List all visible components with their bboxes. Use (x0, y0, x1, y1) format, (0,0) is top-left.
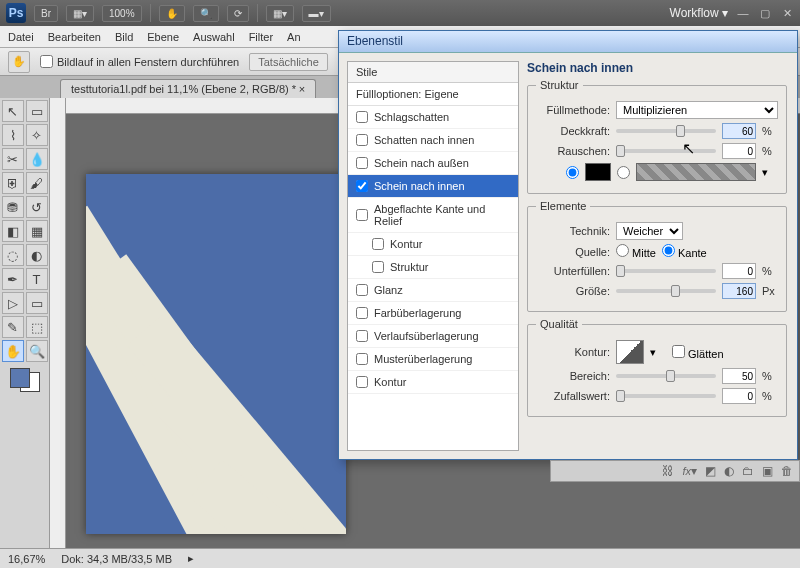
contour-menu-icon[interactable]: ▾ (650, 346, 656, 359)
move-tool-icon[interactable]: ↖ (2, 100, 24, 122)
document-tab[interactable]: testtutoria1l.pdf bei 11,1% (Ebene 2, RG… (60, 79, 316, 98)
zoom-select[interactable]: 100% (102, 5, 142, 22)
eyedropper-tool-icon[interactable]: 💧 (26, 148, 48, 170)
bridge-button[interactable]: Br (34, 5, 58, 22)
style-item[interactable]: Verlaufsüberlagerung (348, 325, 518, 348)
style-checkbox[interactable] (356, 134, 368, 146)
opacity-input[interactable] (722, 123, 756, 139)
scroll-all-checkbox[interactable]: Bildlauf in allen Fenstern durchführen (40, 55, 239, 68)
fx-icon[interactable]: fx▾ (682, 464, 697, 478)
3d-tool-icon[interactable]: ⬚ (26, 316, 48, 338)
size-slider[interactable] (616, 289, 716, 293)
style-item[interactable]: Schlagschatten (348, 106, 518, 129)
style-item[interactable]: Glanz (348, 279, 518, 302)
style-checkbox[interactable] (356, 376, 368, 388)
blend-mode-select[interactable]: Multiplizieren (616, 101, 778, 119)
history-brush-icon[interactable]: ↺ (26, 196, 48, 218)
tab-close-icon[interactable]: × (299, 83, 305, 95)
color-radio[interactable] (566, 166, 579, 179)
menu-datei[interactable]: Datei (8, 31, 34, 43)
minimize-icon[interactable]: — (736, 7, 750, 19)
jitter-input[interactable] (722, 388, 756, 404)
style-list-header[interactable]: Stile (348, 62, 518, 83)
dodge-tool-icon[interactable]: ◐ (26, 244, 48, 266)
status-zoom[interactable]: 16,67% (8, 553, 45, 565)
source-center-radio[interactable]: Mitte (616, 244, 656, 259)
style-checkbox[interactable] (372, 238, 384, 250)
status-menu-icon[interactable]: ▸ (188, 552, 194, 565)
style-checkbox[interactable] (356, 284, 368, 296)
style-item[interactable]: Schein nach außen (348, 152, 518, 175)
style-checkbox[interactable] (356, 157, 368, 169)
antialias-checkbox[interactable]: Glätten (672, 345, 724, 360)
arrange-button[interactable]: ▦▾ (266, 5, 294, 22)
screenmode-button[interactable]: ▬▾ (302, 5, 331, 22)
filmstrip-button[interactable]: ▦▾ (66, 5, 94, 22)
crop-tool-icon[interactable]: ✂ (2, 148, 24, 170)
gradient-dropdown-icon[interactable]: ▾ (762, 166, 768, 179)
choke-input[interactable] (722, 263, 756, 279)
range-slider[interactable] (616, 374, 716, 378)
zoom-tool-icon[interactable]: 🔍 (193, 5, 219, 22)
gradient-tool-icon[interactable]: ▦ (26, 220, 48, 242)
actual-pixels-button[interactable]: Tatsächliche (249, 53, 328, 71)
hand-tool-icon[interactable]: ✋ (2, 340, 24, 362)
jitter-slider[interactable] (616, 394, 716, 398)
style-checkbox[interactable] (356, 353, 368, 365)
style-item[interactable]: Schein nach innen (348, 175, 518, 198)
menu-ebene[interactable]: Ebene (147, 31, 179, 43)
menu-filter[interactable]: Filter (249, 31, 273, 43)
glow-gradient-swatch[interactable] (636, 163, 756, 181)
adjustment-icon[interactable]: ◐ (724, 464, 734, 478)
hand-tool-icon[interactable]: ✋ (159, 5, 185, 22)
size-input[interactable] (722, 283, 756, 299)
style-checkbox[interactable] (372, 261, 384, 273)
close-icon[interactable]: ✕ (780, 7, 794, 20)
zoom-tool-icon[interactable]: 🔍 (26, 340, 48, 362)
heal-tool-icon[interactable]: ⛨ (2, 172, 24, 194)
noise-slider[interactable] (616, 149, 716, 153)
style-checkbox[interactable] (356, 209, 368, 221)
style-item[interactable]: Struktur (348, 256, 518, 279)
style-checkbox[interactable] (356, 307, 368, 319)
path-select-icon[interactable]: ▷ (2, 292, 24, 314)
brush-tool-icon[interactable]: 🖌 (26, 172, 48, 194)
shape-tool-icon[interactable]: ▭ (26, 292, 48, 314)
style-item[interactable]: Kontur (348, 233, 518, 256)
source-edge-radio[interactable]: Kante (662, 244, 707, 259)
workspace-select[interactable]: Workflow ▾ (670, 6, 728, 20)
glow-color-swatch[interactable] (585, 163, 611, 181)
link-layers-icon[interactable]: ⛓ (662, 464, 674, 478)
opacity-slider[interactable] (616, 129, 716, 133)
style-item[interactable]: Schatten nach innen (348, 129, 518, 152)
gradient-radio[interactable] (617, 166, 630, 179)
color-swatches[interactable] (10, 368, 40, 392)
wand-tool-icon[interactable]: ✧ (26, 124, 48, 146)
marquee-tool-icon[interactable]: ▭ (26, 100, 48, 122)
menu-bild[interactable]: Bild (115, 31, 133, 43)
dialog-title[interactable]: Ebenenstil (339, 31, 797, 53)
hand-tool-icon[interactable]: ✋ (8, 51, 30, 73)
type-tool-icon[interactable]: T (26, 268, 48, 290)
contour-picker[interactable] (616, 340, 644, 364)
range-input[interactable] (722, 368, 756, 384)
style-checkbox[interactable] (356, 330, 368, 342)
menu-analyse[interactable]: An (287, 31, 300, 43)
technique-select[interactable]: Weicher (616, 222, 683, 240)
delete-layer-icon[interactable]: 🗑 (781, 464, 793, 478)
blur-tool-icon[interactable]: ◌ (2, 244, 24, 266)
rotate-view-icon[interactable]: ⟳ (227, 5, 249, 22)
group-icon[interactable]: 🗀 (742, 464, 754, 478)
menu-bearbeiten[interactable]: Bearbeiten (48, 31, 101, 43)
style-checkbox[interactable] (356, 111, 368, 123)
pen-tool-icon[interactable]: ✒ (2, 268, 24, 290)
lasso-tool-icon[interactable]: ⌇ (2, 124, 24, 146)
style-item[interactable]: Musterüberlagerung (348, 348, 518, 371)
noise-input[interactable] (722, 143, 756, 159)
stamp-tool-icon[interactable]: ⛃ (2, 196, 24, 218)
notes-tool-icon[interactable]: ✎ (2, 316, 24, 338)
style-checkbox[interactable] (356, 180, 368, 192)
choke-slider[interactable] (616, 269, 716, 273)
maximize-icon[interactable]: ▢ (758, 7, 772, 20)
new-layer-icon[interactable]: ▣ (762, 464, 773, 478)
